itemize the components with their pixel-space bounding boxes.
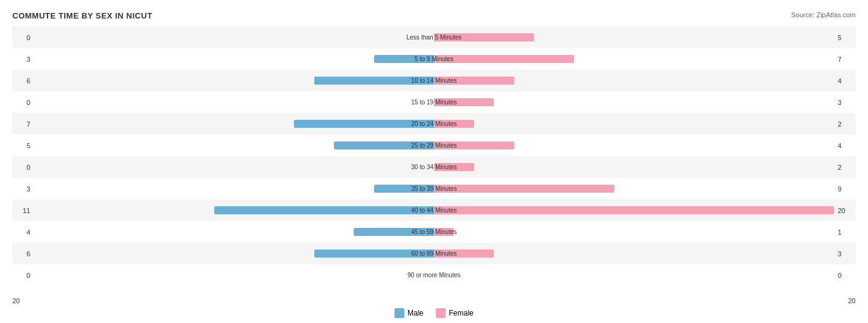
female-bar: [434, 141, 514, 149]
bar-row: 5 to 9 Minutes: [34, 55, 834, 63]
chart-row: 3 5 to 9 Minutes 7: [12, 48, 856, 70]
bars-wrapper: Less than 5 Minutes: [34, 27, 834, 48]
chart-row: 0 30 to 34 Minutes 2: [12, 156, 856, 178]
left-value: 11: [12, 207, 34, 214]
left-value: 4: [12, 229, 34, 236]
axis-right-label: 20: [848, 297, 856, 304]
female-bar-container: [434, 33, 834, 41]
female-bar-container: [434, 120, 834, 128]
bar-row: 90 or more Minutes: [34, 271, 834, 279]
female-bar: [434, 120, 474, 128]
male-bar-container: [34, 98, 434, 106]
male-bar-container: [34, 163, 434, 171]
female-bar: [434, 77, 514, 85]
bars-wrapper: 30 to 34 Minutes: [34, 156, 834, 178]
chart-title: COMMUTE TIME BY SEX IN NICUT: [12, 11, 856, 20]
female-bar-container: [434, 206, 834, 214]
bar-area: 10 to 14 Minutes: [34, 70, 834, 91]
chart-row: 11 40 to 44 Minutes 20: [12, 199, 856, 221]
bars-wrapper: 45 to 59 Minutes: [34, 221, 834, 243]
bars-wrapper: 90 or more Minutes: [34, 264, 834, 286]
male-bar: [294, 120, 434, 128]
right-value: 4: [834, 77, 856, 85]
female-bar: [434, 98, 494, 106]
female-bar: [434, 250, 494, 258]
bars-wrapper: 40 to 44 Minutes: [34, 199, 834, 221]
bar-row: 25 to 29 Minutes: [34, 141, 834, 149]
male-bar: [314, 77, 434, 85]
male-bar: [214, 206, 434, 214]
male-bar: [374, 185, 434, 193]
right-value: 4: [834, 142, 856, 149]
bar-area: 60 to 89 Minutes: [34, 243, 834, 264]
male-bar-container: [34, 228, 434, 236]
right-value: 2: [834, 120, 856, 128]
male-bar: [354, 228, 434, 236]
bar-row: 15 to 19 Minutes: [34, 98, 834, 106]
female-bar: [434, 55, 574, 63]
left-value: 0: [12, 34, 34, 41]
bar-area: Less than 5 Minutes: [34, 27, 834, 48]
legend-male: Male: [394, 308, 424, 318]
bar-row: 10 to 14 Minutes: [34, 77, 834, 85]
male-bar-container: [34, 271, 434, 279]
bars-wrapper: 35 to 39 Minutes: [34, 178, 834, 199]
male-bar-container: [34, 55, 434, 63]
male-bar: [334, 141, 434, 149]
female-bar-container: [434, 185, 834, 193]
left-value: 6: [12, 250, 34, 258]
female-bar: [434, 185, 614, 193]
bar-area: 45 to 59 Minutes: [34, 221, 834, 243]
right-value: 1: [834, 229, 856, 236]
chart-row: 3 35 to 39 Minutes 9: [12, 178, 856, 199]
male-bar-container: [34, 185, 434, 193]
female-bar: [434, 163, 474, 171]
bar-row: 20 to 24 Minutes: [34, 120, 834, 128]
male-color-swatch: [394, 308, 404, 318]
bar-area: 5 to 9 Minutes: [34, 48, 834, 70]
left-value: 5: [12, 142, 34, 149]
female-bar-container: [434, 55, 834, 63]
bars-wrapper: 10 to 14 Minutes: [34, 70, 834, 91]
bar-row: 35 to 39 Minutes: [34, 185, 834, 193]
source-label: Source: ZipAtlas.com: [791, 11, 856, 19]
legend-female-label: Female: [449, 309, 474, 317]
bar-area: 90 or more Minutes: [34, 264, 834, 286]
bar-row: Less than 5 Minutes: [34, 33, 834, 41]
female-bar-container: [434, 98, 834, 106]
bar-row: 30 to 34 Minutes: [34, 163, 834, 171]
legend-female: Female: [436, 308, 474, 318]
female-bar: [434, 228, 454, 236]
female-color-swatch: [436, 308, 446, 318]
bar-row: 45 to 59 Minutes: [34, 228, 834, 236]
bar-area: 35 to 39 Minutes: [34, 178, 834, 199]
left-value: 0: [12, 164, 34, 171]
left-value: 7: [12, 120, 34, 128]
female-bar-container: [434, 141, 834, 149]
bars-wrapper: 60 to 89 Minutes: [34, 243, 834, 264]
male-bar: [314, 250, 434, 258]
chart-row: 6 60 to 89 Minutes 3: [12, 243, 856, 264]
legend: Male Female: [394, 308, 474, 318]
bars-wrapper: 20 to 24 Minutes: [34, 113, 834, 135]
chart-container: COMMUTE TIME BY SEX IN NICUT Source: Zip…: [0, 0, 868, 323]
legend-male-label: Male: [407, 309, 424, 317]
right-value: 3: [834, 99, 856, 106]
female-bar: [434, 206, 834, 214]
bar-area: 40 to 44 Minutes: [34, 199, 834, 221]
female-bar-container: [434, 77, 834, 85]
left-value: 3: [12, 56, 34, 63]
chart-row: 0 90 or more Minutes 0: [12, 264, 856, 286]
female-bar-container: [434, 163, 834, 171]
male-bar-container: [34, 33, 434, 41]
bars-wrapper: 25 to 29 Minutes: [34, 135, 834, 156]
left-value: 0: [12, 272, 34, 279]
female-bar-container: [434, 250, 834, 258]
axis-left-label: 20: [12, 297, 20, 304]
male-bar-container: [34, 120, 434, 128]
right-value: 9: [834, 185, 856, 193]
male-bar-container: [34, 141, 434, 149]
bar-row: 60 to 89 Minutes: [34, 250, 834, 258]
right-value: 3: [834, 250, 856, 258]
male-bar-container: [34, 206, 434, 214]
